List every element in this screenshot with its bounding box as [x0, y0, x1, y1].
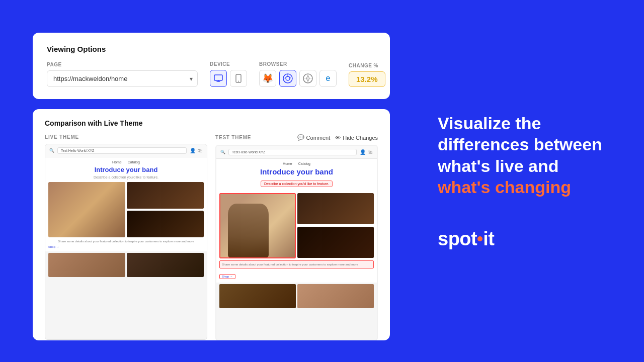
live-nav-catalog[interactable]: Catalog: [128, 160, 140, 164]
test-hero-subtitle: Describe a collection you'd like to feat…: [261, 180, 333, 187]
viewing-options-row: PAGE https://mackweldon/home ▾ DEVICE: [47, 61, 376, 87]
test-theme-header: TEST THEME 💬 Comment 👁 Hide Changes: [215, 134, 378, 141]
change-badge: 13.2%: [349, 71, 385, 87]
test-url-text: Test Hello World XYZ: [232, 150, 265, 154]
comment-icon: 💬: [297, 134, 304, 141]
viewing-options-title: Viewing Options: [47, 45, 376, 53]
comparison-card: Comparison with Live Theme LIVE THEME 🔍 …: [33, 109, 390, 340]
svg-rect-0: [214, 75, 222, 80]
test-chrome-icons: 👤 🛍: [360, 149, 373, 155]
live-preview-content: Home Catalog Introduce your band Describ…: [45, 157, 207, 251]
brand-name: spotit: [438, 228, 494, 250]
svg-point-2: [238, 81, 239, 82]
brand-dot-icon: [477, 236, 482, 241]
test-bottom-photos: [216, 283, 377, 310]
test-main-image: [219, 193, 296, 258]
live-hero-subtitle: Describe a collection you'd like to feat…: [48, 175, 204, 179]
cart-icon: 🛍: [198, 148, 203, 153]
browser-group: 🦊 e: [259, 70, 337, 87]
device-label: DEVICE: [210, 61, 247, 67]
brand-text-spot: spot: [438, 228, 477, 249]
brand: spotit: [438, 228, 619, 250]
test-theme-col: TEST THEME 💬 Comment 👁 Hide Changes: [215, 134, 378, 340]
live-theme-col: LIVE THEME 🔍 Test Hello World XYZ 👤 🛍: [45, 134, 207, 340]
live-preview-chrome: 🔍 Test Hello World XYZ 👤 🛍: [45, 144, 207, 157]
live-description: Share some details about your featured c…: [48, 239, 204, 243]
test-hero-title: Introduce your band: [219, 167, 374, 176]
test-photo-main-cell: [219, 193, 296, 258]
test-bottom-left-image: [219, 284, 296, 308]
test-nav-catalog[interactable]: Catalog: [298, 162, 310, 165]
browser-field-group: BROWSER 🦊: [259, 61, 337, 87]
themes-row: LIVE THEME 🔍 Test Hello World XYZ 👤 🛍: [45, 134, 378, 340]
test-subtitle-wrap: Describe a collection you'd like to feat…: [219, 178, 374, 190]
live-hero-title: Introduce your band: [48, 166, 204, 173]
test-shop-link[interactable]: Shop →: [219, 274, 235, 279]
live-theme-label: LIVE THEME: [45, 134, 79, 140]
hide-changes-button[interactable]: 👁 Hide Changes: [335, 134, 378, 141]
test-person-icon: 👤: [360, 149, 366, 155]
desktop-device-button[interactable]: [210, 70, 227, 87]
live-bottom-right-image: [127, 211, 204, 237]
test-nav-home[interactable]: Home: [283, 162, 292, 165]
test-bottom-right-image2: [297, 284, 374, 308]
chrome-browser-button[interactable]: [279, 70, 296, 87]
mobile-icon: [235, 74, 242, 83]
live-nav-home[interactable]: Home: [112, 160, 122, 164]
page-label: PAGE: [47, 62, 198, 67]
person-icon: 👤: [190, 148, 196, 153]
live-bottom-right-image2: [127, 253, 204, 277]
live-theme-header: LIVE THEME: [45, 134, 207, 140]
right-panel: Visualize the differences between what's…: [423, 0, 644, 362]
brand-text-it: it: [483, 228, 494, 249]
safari-browser-button[interactable]: [299, 70, 316, 87]
live-preview-url: Test Hello World XYZ: [57, 147, 187, 154]
live-top-right-image: [127, 182, 204, 209]
page-select[interactable]: https://mackweldon/home: [47, 70, 198, 87]
test-description: Share some details about your featured c…: [219, 260, 374, 268]
page-select-wrap: https://mackweldon/home ▾: [47, 70, 198, 87]
hide-changes-label: Hide Changes: [343, 135, 378, 141]
test-photo-top-right: [297, 193, 374, 225]
eye-icon: 👁: [335, 135, 341, 141]
test-top-right-image: [297, 193, 374, 224]
live-photo-main: [48, 182, 125, 237]
change-label: CHANGE %: [349, 63, 385, 68]
test-preview-nav: Home Catalog: [219, 162, 374, 165]
live-photo-grid: [48, 182, 204, 237]
live-url-text: Test Hello World XYZ: [61, 149, 94, 152]
test-cart-icon: 🛍: [368, 149, 373, 155]
person-silhouette: [228, 204, 269, 257]
browser-label: BROWSER: [259, 61, 337, 67]
tagline: Visualize the differences between what's…: [438, 113, 619, 198]
chrome-icon: [283, 73, 293, 83]
comment-label: Comment: [306, 135, 331, 141]
test-photo-bottom-right: [297, 227, 374, 259]
svg-point-4: [286, 76, 290, 80]
tagline-line4: what's changing: [438, 177, 571, 197]
test-theme-label: TEST THEME: [215, 135, 251, 140]
firefox-browser-button[interactable]: 🦊: [259, 70, 276, 87]
change-field-group: CHANGE % 13.2%: [349, 63, 385, 87]
live-main-image: [48, 182, 125, 237]
mobile-device-button[interactable]: [230, 70, 247, 87]
safari-icon: [303, 73, 313, 83]
edge-browser-button[interactable]: e: [319, 70, 337, 87]
comment-button[interactable]: 💬 Comment: [297, 134, 331, 141]
comparison-title: Comparison with Live Theme: [45, 119, 378, 127]
live-theme-preview: 🔍 Test Hello World XYZ 👤 🛍 Home: [45, 144, 207, 340]
test-photo-grid: [219, 193, 374, 258]
device-group: [210, 70, 247, 87]
tagline-line3: what's live and: [438, 156, 559, 175]
live-shop-link[interactable]: Shop →: [48, 245, 204, 248]
device-field-group: DEVICE: [210, 61, 247, 87]
live-photo-top-right: [127, 182, 204, 209]
tagline-line1: Visualize the: [438, 114, 541, 133]
live-bottom-left-image: [48, 253, 125, 277]
test-bottom-right-image: [297, 227, 374, 258]
test-theme-preview: 🔍 Test Hello World XYZ 👤 🛍 Home: [215, 145, 378, 340]
viewing-options-card: Viewing Options PAGE https://mackweldon/…: [33, 33, 390, 99]
page-field-group: PAGE https://mackweldon/home ▾: [47, 62, 198, 87]
live-chrome-icons: 👤 🛍: [190, 148, 203, 153]
test-theme-actions: 💬 Comment 👁 Hide Changes: [297, 134, 378, 141]
